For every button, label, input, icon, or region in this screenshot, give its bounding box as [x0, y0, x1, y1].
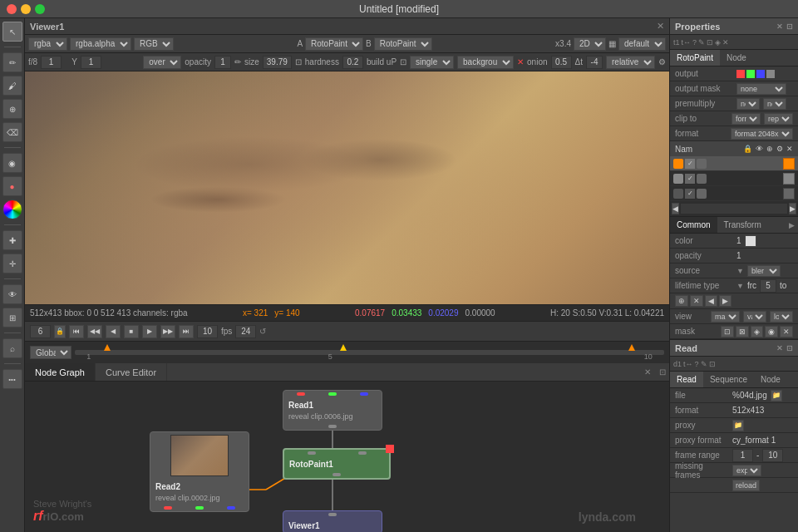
- premultiply-select[interactable]: no: [736, 98, 760, 110]
- rgb-select[interactable]: RGB: [134, 37, 174, 51]
- blur-tool[interactable]: ◉: [2, 153, 22, 173]
- loop-icon[interactable]: ↺: [259, 327, 266, 336]
- stroke-select[interactable]: single: [410, 56, 454, 69]
- brush-tool[interactable]: 🖌: [2, 76, 22, 96]
- output-mask-select[interactable]: none: [736, 83, 786, 95]
- reload-btn[interactable]: reload: [732, 480, 760, 491]
- section-expand[interactable]: ▶: [786, 221, 798, 229]
- timeline-track[interactable]: Global 5 1 10: [25, 342, 669, 363]
- premultiply-select2[interactable]: nc: [763, 98, 786, 110]
- move-tool[interactable]: ✛: [2, 254, 22, 273]
- properties-close[interactable]: ✕: [776, 22, 783, 31]
- close-button[interactable]: [7, 4, 17, 14]
- layers-scroll-right[interactable]: ▶: [789, 203, 796, 214]
- lifetime-btn-1[interactable]: ⊕: [675, 295, 688, 307]
- y-input[interactable]: [81, 56, 101, 69]
- maximize-button[interactable]: [35, 4, 45, 14]
- tab-curve-editor[interactable]: Curve Editor: [96, 363, 167, 381]
- delta-input[interactable]: [586, 56, 603, 69]
- jump-end-btn[interactable]: ⏭: [179, 325, 194, 338]
- view-select[interactable]: main: [711, 311, 740, 323]
- minimize-button[interactable]: [21, 4, 31, 14]
- view-select2[interactable]: vai: [743, 311, 766, 323]
- frame-range-to[interactable]: [762, 449, 783, 462]
- rotopaint1-node[interactable]: RotoPaint1: [283, 448, 391, 480]
- color-tool[interactable]: ●: [2, 176, 22, 196]
- node-graph-close[interactable]: ✕: [639, 367, 656, 377]
- pen-tool[interactable]: [2, 52, 22, 72]
- window-controls[interactable]: [7, 4, 45, 14]
- mask-btn-3[interactable]: ◈: [751, 326, 763, 337]
- tab-node-read[interactable]: Node: [754, 372, 787, 387]
- play-btn[interactable]: ▶: [142, 325, 157, 338]
- tab-node[interactable]: Node: [720, 50, 753, 66]
- eye-tool[interactable]: 👁: [2, 284, 22, 304]
- tab-rotopaint[interactable]: RotoPaint: [670, 50, 720, 66]
- layer-row-3[interactable]: ✓: [670, 186, 798, 201]
- eraser-tool[interactable]: ⌫: [2, 122, 22, 142]
- lifetime-from-input[interactable]: [760, 279, 776, 293]
- layers-settings-icon[interactable]: ⚙: [776, 145, 783, 153]
- format-select[interactable]: format 2048x:: [731, 128, 793, 140]
- opacity-input[interactable]: [214, 56, 231, 69]
- tab-common[interactable]: Common: [670, 217, 717, 233]
- etc-tool[interactable]: •••: [2, 369, 22, 389]
- clip-to-select[interactable]: form: [732, 113, 761, 125]
- read2-node[interactable]: Read2 reveal clip.0002.jpg: [150, 431, 249, 512]
- rgba-alpha-select[interactable]: rgba.alpha: [70, 37, 131, 51]
- layers-lock-icon[interactable]: 🔒: [743, 145, 752, 153]
- viewer-close-icon[interactable]: ✕: [657, 21, 664, 32]
- color-swatch[interactable]: [745, 235, 756, 247]
- current-frame-input[interactable]: [197, 325, 218, 338]
- stop-btn[interactable]: ■: [124, 325, 139, 338]
- input-b-select[interactable]: RotoPaint: [374, 37, 432, 51]
- dropper-tool[interactable]: ✚: [2, 230, 22, 250]
- grid-tool[interactable]: ⊞: [2, 308, 22, 328]
- read1-node[interactable]: Read1 reveal clip.0006.jpg: [283, 390, 382, 431]
- proxy-btn[interactable]: 📁: [732, 420, 744, 431]
- mask-btn-5[interactable]: ✕: [780, 326, 793, 337]
- onion-input[interactable]: [551, 56, 572, 69]
- profile-select[interactable]: default: [618, 37, 666, 51]
- node-graph-canvas[interactable]: Read1 reveal clip.0006.jpg RotoPaint1: [25, 382, 669, 532]
- prev-frame-btn[interactable]: ◀◀: [87, 325, 102, 338]
- color-wheel-tool[interactable]: [2, 200, 22, 219]
- prev-btn[interactable]: ◀: [106, 325, 121, 338]
- relative-select[interactable]: relative: [606, 56, 655, 69]
- read-float[interactable]: ⊡: [786, 344, 793, 352]
- layers-scrollbar[interactable]: [681, 204, 787, 214]
- lifetime-btn-2[interactable]: ✕: [690, 295, 703, 307]
- bg-select[interactable]: backgrou: [457, 56, 514, 69]
- layers-eye-icon[interactable]: 👁: [756, 145, 763, 153]
- size-input[interactable]: [263, 56, 292, 69]
- file-browse-btn[interactable]: 📁: [771, 390, 782, 401]
- mode-select[interactable]: 2D: [574, 37, 606, 51]
- clip-to-select2[interactable]: repla: [764, 113, 793, 125]
- hardness-input[interactable]: [342, 56, 363, 69]
- node-graph-float[interactable]: ⊡: [656, 367, 669, 377]
- mask-btn-1[interactable]: ⊡: [721, 326, 734, 337]
- next-frame-btn[interactable]: ▶▶: [160, 325, 175, 338]
- frame-input[interactable]: [41, 56, 62, 69]
- viewer1-node[interactable]: Viewer1: [283, 510, 382, 532]
- magnify-tool[interactable]: ⌕: [2, 338, 22, 358]
- jump-start-btn[interactable]: ⏮: [69, 325, 84, 338]
- global-select[interactable]: Global: [30, 346, 71, 359]
- tab-node-graph[interactable]: Node Graph: [25, 363, 96, 381]
- clone-tool[interactable]: ⊕: [2, 99, 22, 119]
- read-close[interactable]: ✕: [776, 344, 783, 352]
- layers-add-icon[interactable]: ⊕: [766, 145, 773, 153]
- tab-transform[interactable]: Transform: [717, 217, 768, 233]
- settings-icon[interactable]: ⚙: [658, 57, 666, 66]
- layers-scroll-left[interactable]: ◀: [672, 203, 679, 214]
- source-select[interactable]: bler: [747, 265, 781, 277]
- blend-mode-select[interactable]: over: [143, 56, 181, 69]
- layer-row-2[interactable]: ✓: [670, 171, 798, 186]
- lifetime-btn-4[interactable]: ▶: [719, 295, 732, 307]
- layers-delete-icon[interactable]: ✕: [786, 145, 793, 153]
- mask-btn-2[interactable]: ⊠: [736, 326, 749, 337]
- lifetime-btn-3[interactable]: ◀: [705, 295, 717, 307]
- view-select3[interactable]: locl: [770, 311, 793, 323]
- frame-range-from[interactable]: [732, 449, 753, 462]
- tab-read[interactable]: Read: [670, 372, 703, 387]
